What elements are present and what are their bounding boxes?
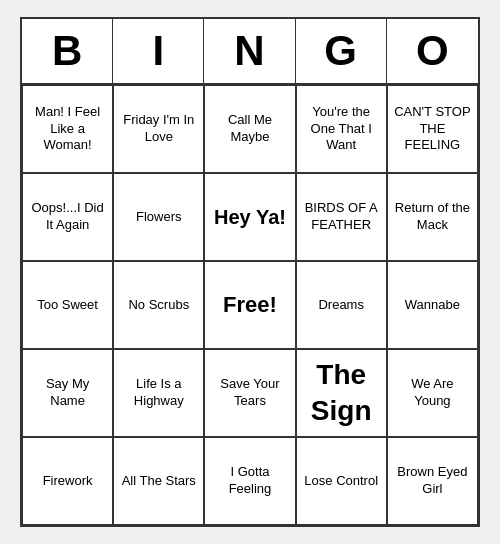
bingo-cell-9[interactable]: Return of the Mack bbox=[387, 173, 478, 261]
bingo-cell-21[interactable]: All The Stars bbox=[113, 437, 204, 525]
bingo-cell-22[interactable]: I Gotta Feeling bbox=[204, 437, 295, 525]
bingo-cell-11[interactable]: No Scrubs bbox=[113, 261, 204, 349]
letter-g: G bbox=[296, 19, 387, 83]
bingo-cell-1[interactable]: Friday I'm In Love bbox=[113, 85, 204, 173]
bingo-cell-24[interactable]: Brown Eyed Girl bbox=[387, 437, 478, 525]
letter-b: B bbox=[22, 19, 113, 83]
bingo-cell-7[interactable]: Hey Ya! bbox=[204, 173, 295, 261]
bingo-cell-15[interactable]: Say My Name bbox=[22, 349, 113, 437]
letter-i: I bbox=[113, 19, 204, 83]
bingo-cell-23[interactable]: Lose Control bbox=[296, 437, 387, 525]
bingo-cell-0[interactable]: Man! I Feel Like a Woman! bbox=[22, 85, 113, 173]
bingo-header: B I N G O bbox=[22, 19, 478, 85]
bingo-card: B I N G O Man! I Feel Like a Woman!Frida… bbox=[20, 17, 480, 527]
bingo-cell-18[interactable]: The Sign bbox=[296, 349, 387, 437]
bingo-cell-8[interactable]: BIRDS OF A FEATHER bbox=[296, 173, 387, 261]
bingo-cell-19[interactable]: We Are Young bbox=[387, 349, 478, 437]
letter-o: O bbox=[387, 19, 478, 83]
bingo-cell-17[interactable]: Save Your Tears bbox=[204, 349, 295, 437]
bingo-grid: Man! I Feel Like a Woman!Friday I'm In L… bbox=[22, 85, 478, 525]
bingo-cell-12[interactable]: Free! bbox=[204, 261, 295, 349]
bingo-cell-6[interactable]: Flowers bbox=[113, 173, 204, 261]
bingo-cell-13[interactable]: Dreams bbox=[296, 261, 387, 349]
bingo-cell-20[interactable]: Firework bbox=[22, 437, 113, 525]
bingo-cell-14[interactable]: Wannabe bbox=[387, 261, 478, 349]
bingo-cell-2[interactable]: Call Me Maybe bbox=[204, 85, 295, 173]
bingo-cell-5[interactable]: Oops!...I Did It Again bbox=[22, 173, 113, 261]
bingo-cell-10[interactable]: Too Sweet bbox=[22, 261, 113, 349]
letter-n: N bbox=[204, 19, 295, 83]
bingo-cell-4[interactable]: CAN'T STOP THE FEELING bbox=[387, 85, 478, 173]
bingo-cell-3[interactable]: You're the One That I Want bbox=[296, 85, 387, 173]
bingo-cell-16[interactable]: Life Is a Highway bbox=[113, 349, 204, 437]
